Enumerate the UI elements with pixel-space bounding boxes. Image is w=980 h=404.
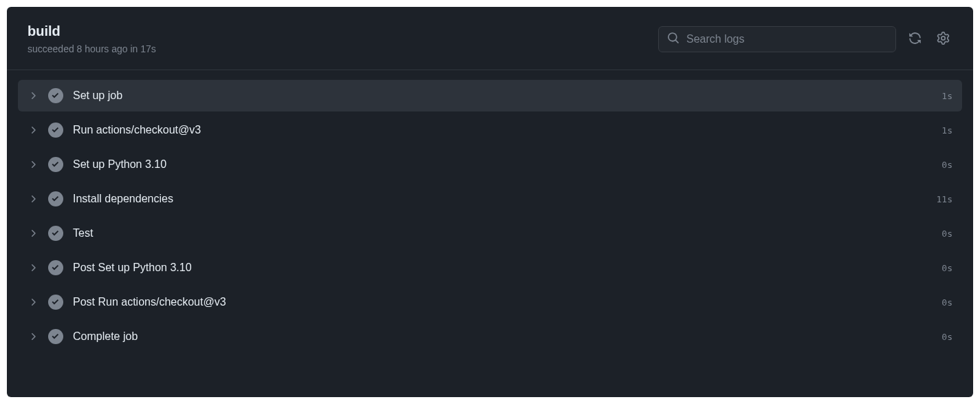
check-circle-icon [48,123,63,138]
panel-header: build succeeded 8 hours ago in 17s [7,7,973,70]
step-row[interactable]: Post Set up Python 3.10 0s [18,252,962,284]
check-circle-icon [48,88,63,103]
step-row[interactable]: Post Run actions/checkout@v3 0s [18,286,962,318]
search-logs-box[interactable] [658,26,896,52]
sync-icon [908,32,922,47]
step-name: Install dependencies [73,193,937,205]
gear-icon [937,32,950,47]
search-icon [667,32,679,47]
header-title-block: build succeeded 8 hours ago in 17s [28,23,156,54]
step-name: Post Run actions/checkout@v3 [73,296,941,308]
chevron-right-icon [28,193,39,204]
chevron-right-icon [28,159,39,170]
step-name: Set up job [73,89,941,102]
header-actions [658,26,952,52]
step-duration: 1s [941,91,952,101]
chevron-right-icon [28,262,39,273]
job-status-text: succeeded 8 hours ago in 17s [28,43,156,54]
chevron-right-icon [28,297,39,308]
check-circle-icon [48,295,63,310]
step-duration: 11s [937,194,952,204]
step-duration: 0s [941,228,952,239]
chevron-right-icon [28,125,39,136]
job-log-panel: build succeeded 8 hours ago in 17s [7,7,973,397]
check-circle-icon [48,329,63,344]
chevron-right-icon [28,90,39,101]
step-row[interactable]: Set up Python 3.10 0s [18,149,962,180]
step-name: Test [73,227,941,240]
check-circle-icon [48,226,63,241]
step-row[interactable]: Test 0s [18,217,962,249]
check-circle-icon [48,157,63,172]
refresh-button[interactable] [906,29,924,50]
step-row[interactable]: Run actions/checkout@v3 1s [18,114,962,146]
settings-button[interactable] [934,29,952,50]
check-circle-icon [48,260,63,275]
step-name: Set up Python 3.10 [73,158,941,171]
step-duration: 0s [941,160,952,170]
step-row[interactable]: Set up job 1s [18,80,962,111]
chevron-right-icon [28,331,39,342]
step-duration: 0s [941,332,952,342]
step-row[interactable]: Complete job 0s [18,321,962,352]
step-row[interactable]: Install dependencies 11s [18,183,962,215]
check-circle-icon [48,191,63,206]
step-duration: 0s [941,297,952,308]
step-name: Run actions/checkout@v3 [73,124,941,136]
step-name: Post Set up Python 3.10 [73,262,941,274]
step-name: Complete job [73,330,941,343]
chevron-right-icon [28,228,39,239]
job-title: build [28,23,156,39]
steps-list: Set up job 1s Run actions/checkout@v3 1s… [7,70,973,365]
step-duration: 1s [941,125,952,136]
step-duration: 0s [941,263,952,273]
search-input[interactable] [686,33,887,45]
